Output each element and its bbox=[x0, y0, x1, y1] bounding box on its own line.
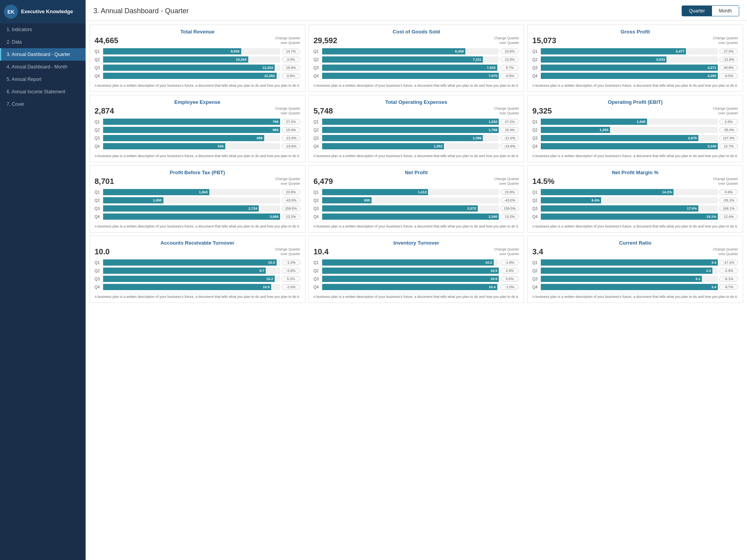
bar-row: Q4 10.0 -2.0% bbox=[95, 284, 300, 290]
bar-row: Q3 12,204 18.9% bbox=[95, 65, 300, 71]
change-quarter-label: Change Quarterover Quarter bbox=[494, 177, 519, 186]
quarter-label: Q3 bbox=[314, 206, 321, 211]
quarter-label: Q2 bbox=[532, 198, 539, 203]
bar-value: 10,264 bbox=[236, 58, 247, 61]
bar-row: Q1 9,935 14.7% bbox=[95, 48, 300, 54]
quarter-label: Q4 bbox=[95, 144, 102, 149]
bar-value: 14.2% bbox=[662, 190, 672, 194]
change-quarter-label: Change Quarterover Quarter bbox=[713, 36, 738, 45]
bar-change: -5.8% bbox=[282, 268, 300, 273]
main-content: 3. Annual Dashboard - Quarter Quarter Mo… bbox=[86, 0, 747, 560]
bar-row: Q3 4,271 40.8% bbox=[532, 65, 738, 71]
bar-row: Q3 10.2 5.2% bbox=[95, 276, 300, 282]
sidebar-item-annual-dashboard-quarter[interactable]: 3. Annual Dashboard - Quarter bbox=[0, 48, 86, 61]
bar-container: 3.1 bbox=[541, 276, 718, 282]
bar-change: 23.8% bbox=[282, 189, 300, 195]
bar-fill: 1,768 bbox=[322, 127, 499, 133]
bar-change: 12.0% bbox=[500, 57, 519, 62]
sidebar-item-indicators[interactable]: 1. Indicators bbox=[0, 23, 86, 36]
quarter-label: Q1 bbox=[95, 261, 102, 265]
bar-row: Q3 2,724 159.5% bbox=[95, 205, 300, 212]
bar-row: Q4 3,240 12.7% bbox=[532, 143, 738, 149]
bar-value: 526 bbox=[218, 144, 224, 148]
metric-summary: 2,874 Change Quarterover Quarter bbox=[95, 107, 300, 116]
bar-row: Q2 7,231 12.0% bbox=[314, 56, 519, 63]
bar-row: Q1 1,843 23.8% bbox=[95, 189, 300, 195]
quarter-label: Q3 bbox=[95, 206, 102, 211]
bar-row: Q3 698 -21.0% bbox=[95, 135, 300, 141]
bar-fill: 1,413 bbox=[322, 189, 428, 195]
bar-value: 10.5 bbox=[491, 277, 498, 281]
metric-title: Net Profit bbox=[314, 170, 519, 175]
metric-summary: 5,748 Change Quarterover Quarter bbox=[314, 107, 519, 116]
sidebar-item-annual-income-statement[interactable]: 6. Annual Income Statement bbox=[0, 86, 86, 98]
bar-change: 9.7% bbox=[500, 65, 519, 70]
quarter-button[interactable]: Quarter bbox=[682, 6, 712, 16]
bar-value: 3,477 bbox=[676, 49, 685, 53]
bar-container: 1,843 bbox=[103, 189, 280, 195]
metric-card-net-profit: Net Profit 6,479 Change Quarterover Quar… bbox=[309, 165, 524, 233]
quarter-label: Q4 bbox=[532, 74, 539, 78]
bar-value: 1,265 bbox=[600, 128, 608, 132]
quarter-label: Q2 bbox=[314, 128, 321, 132]
bar-fill: 10,264 bbox=[103, 56, 248, 63]
bar-container: 19.1% bbox=[541, 214, 718, 220]
bar-row: Q2 10,264 3.3% bbox=[95, 56, 300, 63]
bar-container: 10.0 bbox=[103, 284, 280, 290]
bar-change: -24.6% bbox=[282, 144, 300, 149]
bar-fill: 3.3 bbox=[541, 268, 712, 274]
month-button[interactable]: Month bbox=[712, 6, 739, 16]
change-quarter-label: Change Quarterover Quarter bbox=[494, 247, 519, 256]
bar-row: Q2 9.7 -5.8% bbox=[95, 268, 300, 274]
bar-container: 10.5 bbox=[322, 276, 499, 282]
bar-container: 1,052 bbox=[322, 143, 499, 149]
bar-change: 12.7% bbox=[719, 144, 738, 149]
bar-row: Q3 7,933 9.7% bbox=[314, 65, 519, 71]
comment-text: A business plan is a written description… bbox=[532, 152, 738, 159]
comment-text: A business plan is a written description… bbox=[314, 81, 519, 88]
bar-change: 2.9% bbox=[500, 268, 519, 273]
bar-container: 766 bbox=[103, 119, 280, 125]
bar-row: Q2 1,265 -35.0% bbox=[532, 127, 738, 133]
sidebar-item-annual-report[interactable]: 5. Annual Report bbox=[0, 73, 86, 86]
quarter-label: Q4 bbox=[532, 144, 539, 149]
quarter-label: Q3 bbox=[314, 277, 321, 281]
bar-container: 3,240 bbox=[541, 143, 718, 149]
bar-fill: 10.5 bbox=[322, 276, 499, 282]
quarter-label: Q1 bbox=[95, 49, 102, 54]
quarter-label: Q2 bbox=[95, 58, 102, 62]
change-quarter-label: Change Quarterover Quarter bbox=[494, 36, 519, 45]
company-name: Executive Knowledge bbox=[21, 9, 73, 15]
bar-fill: 1,532 bbox=[322, 119, 499, 125]
bar-change: -21.0% bbox=[500, 135, 519, 141]
bar-fill: 12,204 bbox=[103, 65, 275, 71]
bar-fill: 10.2 bbox=[103, 276, 275, 282]
sidebar-item-data[interactable]: 2. Data bbox=[0, 36, 86, 48]
bar-change: -21.0% bbox=[282, 135, 300, 141]
bar-container: 6,458 bbox=[322, 48, 499, 54]
bar-fill: 526 bbox=[103, 143, 225, 149]
bar-value: 2,875 bbox=[688, 136, 697, 140]
bar-fill: 4,292 bbox=[541, 73, 718, 79]
bar-container: 9,935 bbox=[103, 48, 280, 54]
bar-value: 6,458 bbox=[455, 49, 464, 53]
bar-row: Q4 2,340 13.2% bbox=[314, 214, 519, 220]
comment-text: A business plan is a written description… bbox=[532, 81, 738, 88]
bar-value: 2,072 bbox=[467, 206, 476, 210]
bar-row: Q1 3.4 -17.1% bbox=[532, 259, 738, 266]
bar-fill: 10.5 bbox=[322, 268, 499, 274]
quarter-label: Q3 bbox=[532, 136, 539, 140]
bar-fill: 1,050 bbox=[103, 197, 163, 203]
bar-fill: 14.2% bbox=[541, 189, 673, 195]
metric-card-net-profit-margin: Net Profit Margin % 14.5% Change Quarter… bbox=[527, 165, 743, 233]
sidebar-item-annual-dashboard-month[interactable]: 4. Annual Dashboard - Month bbox=[0, 61, 86, 73]
quarter-label: Q2 bbox=[95, 128, 102, 132]
comment-text: A business plan is a written description… bbox=[95, 81, 300, 88]
sidebar-item-cover[interactable]: 7. Cover bbox=[0, 98, 86, 110]
page-header: 3. Annual Dashboard - Quarter Quarter Mo… bbox=[86, 0, 747, 21]
quarter-label: Q1 bbox=[532, 261, 539, 265]
metric-card-gross-profit: Gross Profit 15,073 Change Quarterover Q… bbox=[527, 24, 743, 92]
quarter-label: Q4 bbox=[95, 215, 102, 219]
bar-fill: 1,396 bbox=[322, 135, 483, 141]
bar-row: Q4 4,292 -0.5% bbox=[532, 73, 738, 79]
